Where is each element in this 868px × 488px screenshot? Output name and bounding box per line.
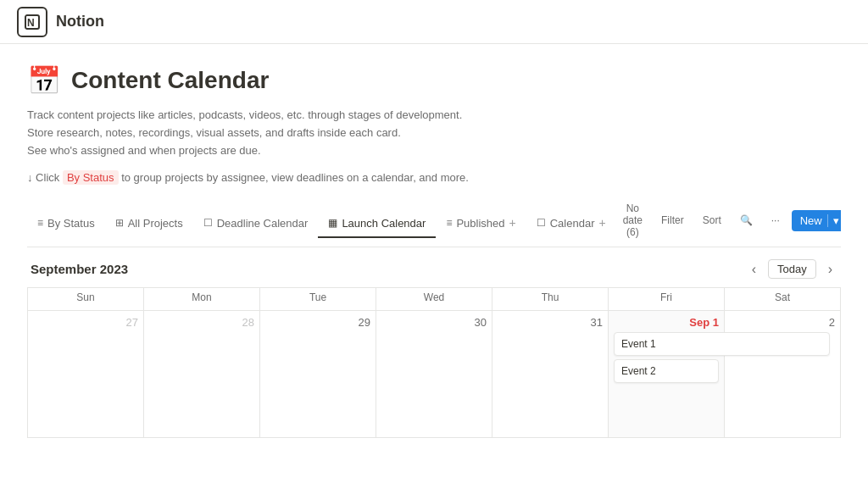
day-cell-27[interactable]: 27 [28, 311, 144, 438]
day-num-29: 29 [265, 316, 370, 329]
col-tue: Tue [260, 288, 376, 311]
tab-published[interactable]: ≡ Published + [436, 209, 526, 238]
calendar-icon: ☐ [537, 217, 546, 229]
new-label: New [800, 214, 822, 227]
tab-calendar[interactable]: ☐ Calendar + [526, 209, 616, 238]
col-sun: Sun [28, 288, 144, 311]
calendar-week-1: 27 28 29 30 31 [28, 311, 841, 438]
calendar-add-icon[interactable]: + [598, 216, 605, 230]
calendar-area: September 2023 ‹ Today › Sun Mon Tue Wed… [27, 247, 841, 438]
col-mon: Mon [144, 288, 260, 311]
tab-deadline-calendar-label: Deadline Calendar [217, 217, 309, 230]
published-icon: ≡ [446, 217, 452, 229]
day-num-31: 31 [498, 316, 603, 329]
day-cell-2[interactable]: 2 [725, 311, 841, 438]
tab-by-status[interactable]: ≡ By Status [27, 210, 105, 238]
search-button[interactable]: 🔍 [733, 211, 760, 230]
filter-button[interactable]: Filter [654, 211, 691, 230]
day-cell-31[interactable]: 31 [492, 311, 609, 438]
event-1-title: Event 1 [621, 338, 656, 350]
no-date-label: No date (6) [623, 202, 643, 238]
no-date-button[interactable]: No date (6) [616, 199, 649, 241]
deadline-calendar-icon: ☐ [203, 217, 213, 229]
sort-button[interactable]: Sort [696, 211, 728, 230]
app-logo[interactable]: N Notion [17, 7, 104, 37]
day-cell-28[interactable]: 28 [144, 311, 260, 438]
day-num-27: 27 [33, 316, 138, 329]
col-sat: Sat [725, 288, 841, 311]
new-button[interactable]: New ▾ [792, 210, 841, 231]
day-num-30: 30 [381, 316, 487, 329]
launch-calendar-icon: ▦ [328, 217, 337, 229]
by-status-icon: ≡ [37, 217, 43, 229]
prev-month-button[interactable]: ‹ [747, 260, 761, 279]
tab-all-projects[interactable]: ⊞ All Projects [105, 210, 193, 238]
app-title: Notion [56, 13, 104, 30]
event-card-2[interactable]: Event 2 [614, 359, 719, 383]
calendar-header: September 2023 ‹ Today › [27, 247, 841, 287]
toolbar-right: No date (6) Filter Sort 🔍 ··· New ▾ [616, 199, 841, 247]
col-thu: Thu [492, 288, 609, 311]
col-fri: Fri [609, 288, 725, 311]
day-cell-29[interactable]: 29 [260, 311, 376, 438]
all-projects-icon: ⊞ [115, 217, 124, 229]
svg-text:N: N [27, 17, 35, 29]
new-chevron-icon: ▾ [827, 214, 839, 227]
filter-label: Filter [661, 214, 684, 226]
next-month-button[interactable]: › [823, 260, 837, 279]
notion-icon: N [17, 7, 47, 37]
search-icon: 🔍 [740, 214, 753, 226]
calendar-month: September 2023 [31, 262, 128, 276]
main-content: 📅 Content Calendar Track content project… [0, 44, 868, 488]
calendar-grid: Sun Mon Tue Wed Thu Fri Sat 27 [27, 287, 841, 438]
tab-calendar-label: Calendar [550, 217, 595, 230]
more-options-button[interactable]: ··· [765, 211, 787, 230]
tab-deadline-calendar[interactable]: ☐ Deadline Calendar [193, 210, 319, 238]
page-description: Track content projects like articles, po… [27, 107, 841, 159]
tab-launch-calendar-label: Launch Calendar [342, 217, 426, 230]
page-title: Content Calendar [71, 67, 269, 94]
published-add-icon[interactable]: + [509, 216, 516, 230]
sort-label: Sort [703, 214, 721, 226]
event-card-1[interactable]: Event 1 [614, 332, 830, 356]
toolbar: ≡ By Status ⊞ All Projects ☐ Deadline Ca… [27, 199, 841, 247]
tab-published-label: Published [456, 217, 504, 230]
today-button[interactable]: Today [768, 259, 816, 279]
tab-launch-calendar[interactable]: ▦ Launch Calendar [318, 210, 436, 238]
tab-by-status-label: By Status [47, 217, 95, 230]
day-num-2: 2 [730, 316, 835, 329]
more-icon: ··· [771, 214, 780, 226]
tab-all-projects-label: All Projects [128, 217, 183, 230]
day-label-sep1: Sep 1 [689, 316, 719, 329]
event-2-title: Event 2 [621, 365, 656, 377]
day-cell-30[interactable]: 30 [376, 311, 492, 438]
day-num-28: 28 [149, 316, 254, 329]
day-cell-sep1[interactable]: Sep 1 Event 1 Event 2 [609, 311, 725, 438]
page-icon: 📅 [27, 64, 61, 97]
page-tip: ↓ Click By Status to group projects by a… [27, 171, 841, 184]
col-wed: Wed [376, 288, 492, 311]
tip-highlight: By Status [63, 170, 119, 185]
calendar-nav: ‹ Today › [747, 259, 837, 279]
topbar: N Notion [0, 0, 868, 44]
page-header: 📅 Content Calendar [27, 64, 841, 97]
